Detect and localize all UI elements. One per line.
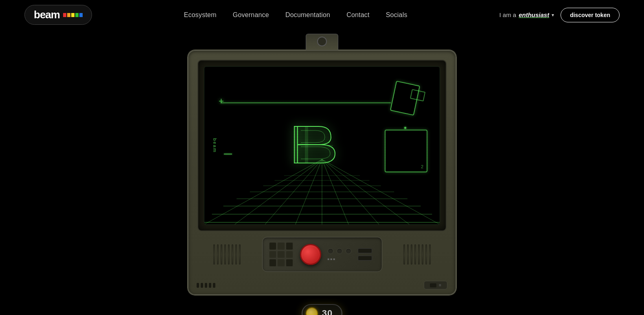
plus-icon: + <box>219 96 224 106</box>
vent-line <box>235 244 237 265</box>
role-selector[interactable]: I am a enthusiast ▾ <box>499 11 554 18</box>
role-prefix: I am a <box>499 11 516 18</box>
main-content: + beam <box>0 30 644 315</box>
bottom-vent-hole <box>201 283 203 288</box>
bottom-vent-hole <box>197 283 199 288</box>
dash-line <box>224 154 232 154</box>
control-label: ■ ■ ■ <box>328 257 335 261</box>
nav-right: I am a enthusiast ▾ discover token <box>499 8 620 22</box>
console-wrap: + beam <box>188 34 456 295</box>
vent-line <box>232 244 233 265</box>
bottom-power-button[interactable]: ≡ <box>424 281 447 289</box>
big-red-button[interactable] <box>300 244 321 265</box>
logo-text: beam <box>34 9 60 21</box>
score-badge: 30 <box>302 304 342 315</box>
nav-governance[interactable]: Governance <box>233 11 269 18</box>
dpad-cell[interactable] <box>286 259 294 267</box>
nav-links: Ecosystem Governance Documentation Conta… <box>184 11 407 19</box>
vent-left <box>197 240 257 269</box>
dpad[interactable] <box>269 242 294 267</box>
dpad-cell[interactable] <box>269 259 277 267</box>
dpad-up[interactable] <box>277 242 285 250</box>
scan-line <box>221 102 391 103</box>
port-slot-1 <box>358 248 372 253</box>
dot-icon <box>404 127 406 129</box>
screen: + beam <box>204 66 440 225</box>
big-button-wrap <box>300 244 321 265</box>
vent-line <box>213 244 215 265</box>
nav-ecosystem[interactable]: Ecosystem <box>184 11 217 18</box>
vent-line <box>228 244 230 265</box>
bottom-vent-hole <box>205 283 207 288</box>
dpad-cell[interactable] <box>286 242 294 250</box>
vent-line <box>221 244 222 265</box>
vent-right <box>387 240 448 269</box>
control-panel: ■ ■ ■ <box>262 237 382 272</box>
vent-line <box>239 244 241 265</box>
logo-wrap[interactable]: beam <box>24 5 92 25</box>
vent-line <box>429 244 431 265</box>
role-value: enthusiast <box>519 11 549 18</box>
vent-line <box>411 244 412 265</box>
nav-contact[interactable]: Contact <box>346 11 370 18</box>
grid-floor <box>204 159 440 224</box>
card-shape-1 <box>390 81 420 116</box>
bottom-vent-hole <box>209 283 211 288</box>
small-button-3[interactable] <box>346 248 351 254</box>
vent-line <box>418 244 420 265</box>
small-button-1[interactable] <box>328 248 333 254</box>
logo-stripe <box>63 13 83 17</box>
screen-bezel: + beam <box>197 60 447 231</box>
small-btn-row <box>328 248 351 254</box>
bottom-vent-hole <box>213 283 215 288</box>
vent-lines-left <box>213 244 241 265</box>
score-coin-icon <box>306 307 318 315</box>
console-controls: ■ ■ ■ <box>188 231 456 279</box>
dpad-right[interactable] <box>286 251 294 259</box>
screen-logo: beam <box>212 138 217 153</box>
discover-token-button[interactable]: discover token <box>561 8 620 22</box>
dpad-center[interactable] <box>277 251 285 259</box>
navbar: beam Ecosystem Governance Documentation … <box>0 0 644 30</box>
vent-line <box>414 244 416 265</box>
port-slot-2 <box>358 256 372 261</box>
power-icon <box>430 283 436 287</box>
console-top <box>188 34 456 50</box>
nav-documentation[interactable]: Documentation <box>285 11 330 18</box>
dpad-left[interactable] <box>269 251 277 259</box>
small-buttons: ■ ■ ■ <box>328 248 351 261</box>
dpad-cell[interactable] <box>269 242 277 250</box>
vent-line <box>407 244 409 265</box>
console-camera <box>306 34 338 50</box>
console-bottom: ≡ <box>188 279 456 294</box>
vent-line <box>217 244 219 265</box>
score-number: 30 <box>322 308 333 315</box>
small-button-2[interactable] <box>337 248 342 254</box>
bottom-vent-left <box>197 283 215 288</box>
console-right-bits <box>358 248 375 261</box>
vent-line <box>422 244 423 265</box>
vent-lines-right <box>403 244 431 265</box>
small-btn-row-2: ■ ■ ■ <box>328 257 351 261</box>
chevron-down-icon: ▾ <box>552 12 554 18</box>
vent-line <box>224 244 226 265</box>
dpad-down[interactable] <box>277 259 285 267</box>
console-body: + beam <box>188 50 456 295</box>
vent-line <box>403 244 405 265</box>
svg-rect-0 <box>294 126 298 163</box>
nav-socials[interactable]: Socials <box>386 11 407 18</box>
bottom-btn-label: ≡ <box>439 283 441 287</box>
vent-line <box>425 244 427 265</box>
